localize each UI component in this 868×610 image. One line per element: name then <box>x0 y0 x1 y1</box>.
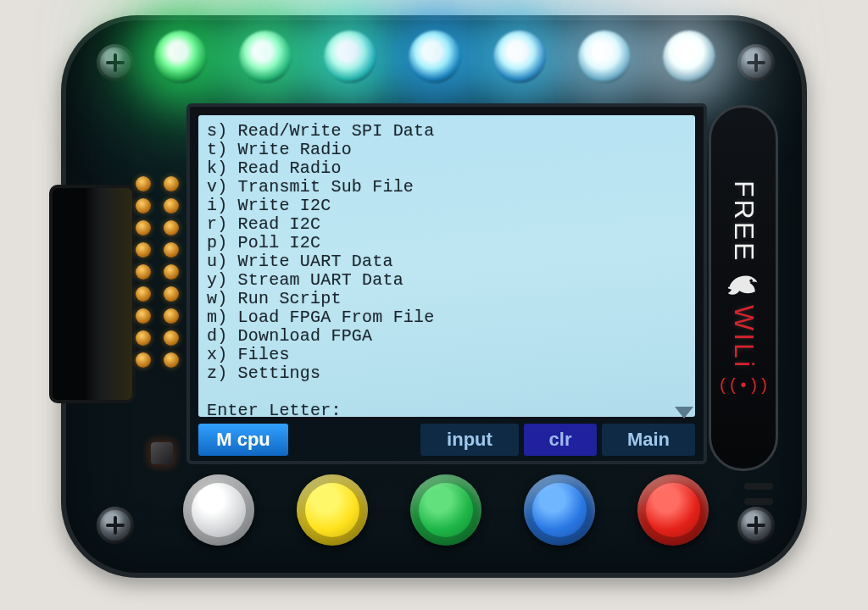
led-2 <box>324 30 376 83</box>
gpio-pin[interactable] <box>136 330 151 346</box>
lcd-display: s) Read/Write SPI Datat) Write Radiok) R… <box>198 115 695 417</box>
button-row <box>183 474 709 546</box>
menu-item: s) Read/Write SPI Data <box>207 122 688 141</box>
gpio-pin[interactable] <box>164 264 179 280</box>
gpio-pin[interactable] <box>136 352 151 368</box>
led-3 <box>409 30 461 83</box>
brand-text-wili: WILi <box>728 305 760 369</box>
led-5 <box>578 30 631 83</box>
gpio-pin[interactable] <box>136 176 151 191</box>
led-6 <box>663 30 715 83</box>
screw-br <box>737 507 775 544</box>
led-0 <box>154 30 207 83</box>
menu-item: m) Load FPGA From File <box>207 308 688 327</box>
gpio-pin[interactable] <box>164 352 179 368</box>
svg-point-0 <box>749 280 753 283</box>
brand-antenna-icon: ((•)) <box>718 376 769 396</box>
menu-item: k) Read Radio <box>207 159 688 178</box>
gpio-pin[interactable] <box>136 286 151 302</box>
led-1 <box>239 30 292 83</box>
menu-item: d) Download FPGA <box>207 327 688 346</box>
scroll-down-icon <box>675 407 693 419</box>
softkey-main[interactable]: Main <box>602 424 695 456</box>
whale-icon <box>725 269 762 298</box>
menu-item: z) Settings <box>207 364 688 383</box>
menu-item: y) Stream UART Data <box>207 271 688 290</box>
prompt-line: Enter Letter: <box>207 402 688 417</box>
hw-button-green[interactable] <box>410 474 481 546</box>
menu-item: t) Write Radio <box>207 141 688 159</box>
menu-item: i) Write I2C <box>207 197 688 215</box>
device-enclosure: s) Read/Write SPI Datat) Write Radiok) R… <box>61 15 807 578</box>
side-connector[interactable] <box>49 185 136 403</box>
hw-button-grey[interactable] <box>183 474 254 546</box>
gpio-pin[interactable] <box>164 220 179 236</box>
hw-button-yellow[interactable] <box>297 474 368 546</box>
menu-item: x) Files <box>207 346 688 364</box>
softkey-m-cpu[interactable]: M cpu <box>198 424 288 456</box>
hw-button-red[interactable] <box>637 474 709 546</box>
speaker-grille <box>744 483 773 505</box>
onboard-chip <box>151 442 173 464</box>
gpio-pin[interactable] <box>164 242 179 258</box>
hw-button-blue[interactable] <box>524 474 595 546</box>
menu-item: r) Read I2C <box>207 215 688 234</box>
gpio-pin[interactable] <box>136 242 151 258</box>
menu-item: v) Transmit Sub File <box>207 178 688 197</box>
softkey-clr[interactable]: clr <box>524 424 597 456</box>
screw-bl <box>97 507 134 544</box>
gpio-pin[interactable] <box>136 308 151 324</box>
brand-text-free: FREE <box>728 180 760 263</box>
screw-tl <box>97 44 134 81</box>
softkey-input[interactable]: input <box>420 424 519 456</box>
gpio-pin[interactable] <box>164 308 179 324</box>
lcd-bezel: s) Read/Write SPI Datat) Write Radiok) R… <box>186 103 707 464</box>
brand-panel: FREE WILi ((•)) <box>709 105 778 471</box>
led-strip <box>154 30 715 83</box>
softkey-bar: M cpu input clr Main <box>198 420 695 459</box>
gpio-pin[interactable] <box>164 330 179 346</box>
menu-item: p) Poll I2C <box>207 234 688 252</box>
gpio-pin[interactable] <box>136 264 151 280</box>
gpio-pin[interactable] <box>136 220 151 236</box>
menu-item: u) Write UART Data <box>207 252 688 271</box>
screw-tr <box>737 44 775 81</box>
menu-item: w) Run Script <box>207 290 688 308</box>
led-4 <box>493 30 546 83</box>
gpio-pin[interactable] <box>164 286 179 302</box>
gpio-pin[interactable] <box>164 198 179 214</box>
gpio-pin[interactable] <box>164 176 179 191</box>
gpio-pin[interactable] <box>136 198 151 214</box>
gpio-header[interactable] <box>136 176 183 368</box>
